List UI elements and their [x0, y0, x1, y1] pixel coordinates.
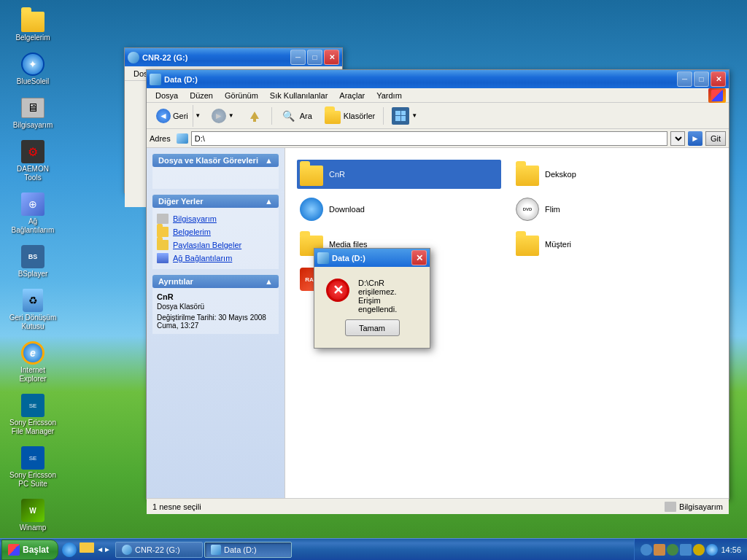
address-bar: Adres D:\ D:\ ► Git — [147, 129, 729, 148]
file-flim[interactable]: Flim — [513, 195, 717, 224]
desktop-icon-ie[interactable]: e Internet Explorer — [7, 340, 58, 385]
status-bar: 1 nesne seçili Bilgisayarım — [147, 498, 729, 514]
tray-icon-bluetooth[interactable] — [706, 544, 718, 556]
taskbar-task-data[interactable]: Data (D:) — [204, 542, 292, 558]
desktop-icon-bsplayer[interactable]: BS BSplayer — [7, 244, 58, 280]
tray-icon-3[interactable] — [667, 544, 678, 556]
taskbar-cnr-icon — [122, 545, 132, 555]
details-date: Değiştirilme Tarihi: 30 Mayıs 2008 Cuma,… — [157, 314, 274, 330]
network-link-icon — [157, 253, 169, 263]
taskbar-cnr-label: CNR-22 (G:) — [135, 545, 180, 554]
file-cnr-folder[interactable]: CnR — [297, 160, 501, 189]
tray-icon-1[interactable] — [640, 544, 652, 556]
folders-icon — [324, 107, 341, 125]
taskbar-nav-ie-icon[interactable] — [62, 542, 77, 557]
dialog-message-line1: D:\CnR erişilemez. — [358, 279, 418, 296]
recyclebin-label: Geri Dönüşüm Kutusu — [9, 314, 57, 331]
bilgisayarim-link-label: Bilgisayarım — [173, 214, 217, 223]
forward-button[interactable]: ► ▼ — [206, 105, 239, 127]
back-button[interactable]: ◄ Geri ▼ — [150, 105, 205, 127]
views-dropdown-arrow: ▼ — [411, 112, 417, 119]
folders-label: Klasörler — [344, 112, 375, 120]
tasks-header[interactable]: Dosya ve Klasör Görevleri ▲ — [152, 154, 279, 167]
taskbar-nav-icons: ◄► — [61, 542, 111, 557]
tray-icon-2[interactable] — [654, 544, 665, 556]
details-type: Dosya Klasörü — [157, 303, 274, 311]
desktop-icon-recyclebin[interactable]: ♻ Geri Dönüşüm Kutusu — [7, 287, 58, 332]
desktop-icon-daemon[interactable]: ⚙ DAEMON Tools — [7, 139, 58, 184]
tray-icon-4[interactable] — [680, 544, 692, 556]
toolbar-sep-2 — [383, 107, 384, 125]
data-close-button[interactable]: ✕ — [711, 71, 726, 87]
link-belgelerim[interactable]: Belgelerim — [157, 225, 274, 238]
dialog-message-line2: Erişim engellendi. — [358, 296, 418, 314]
search-button[interactable]: 🔍 Ara — [275, 105, 317, 127]
views-button[interactable]: ▼ — [387, 105, 422, 127]
menu-yardim[interactable]: Yardım — [371, 90, 408, 101]
computer-status-icon — [665, 502, 676, 512]
data-toolbar: ◄ Geri ▼ ► ▼ 🔍 Ara — [147, 103, 729, 129]
taskbar-nav-arrow-icon[interactable]: ◄► — [96, 542, 111, 557]
dialog-titlebar[interactable]: Data (D:) ✕ — [314, 249, 430, 267]
menu-araclar[interactable]: Araçlar — [333, 90, 371, 101]
desktop-icon-sonyfile[interactable]: SE Sony Ericsson File Manager — [7, 392, 58, 438]
cnr-titlebar[interactable]: CNR-22 (G:) ─ □ ✕ — [125, 48, 342, 66]
file-dekskop[interactable]: Dekskop — [513, 160, 717, 189]
data-window-icon — [150, 74, 161, 85]
cnr-close-button[interactable]: ✕ — [324, 50, 339, 65]
data-titlebar[interactable]: Data (D:) ─ □ ✕ — [147, 70, 729, 88]
dialog-title: Data (D:) — [332, 254, 411, 262]
taskbar-nav-folder-icon[interactable] — [80, 542, 94, 553]
search-label: Ara — [300, 112, 312, 120]
dialog-ok-button[interactable]: Tamam — [345, 319, 400, 336]
belgelerim-link-icon — [157, 227, 169, 237]
taskbar-data-icon — [211, 545, 221, 555]
file-musteri[interactable]: Müşteri — [513, 230, 717, 259]
sonyfile-label: Sony Ericsson File Manager — [9, 419, 57, 436]
bilgisayarim-label: Bilgisayarım — [13, 121, 53, 130]
desktop-icon-winamp[interactable]: W Winamp — [7, 497, 58, 534]
cnr-minimize-button[interactable]: ─ — [290, 50, 306, 65]
data-menubar: Dosya Düzen Görünüm Sık Kullanılanlar Ar… — [147, 88, 729, 103]
tray-icon-5[interactable] — [693, 544, 705, 556]
windows-logo-icon — [8, 544, 20, 556]
desktop: Belgelerim ✦ BlueSoleil 🖥 Bilgisayarım ⚙… — [0, 0, 747, 560]
desktop-icon-bluesoleil[interactable]: ✦ BlueSoleil — [7, 51, 58, 88]
file-download[interactable]: Download — [297, 195, 501, 224]
up-button[interactable] — [241, 105, 268, 127]
desktop-icon-agbaglantilari[interactable]: ⊕ Ağ Bağlantılarım — [7, 191, 58, 236]
details-header[interactable]: Ayrıntılar ▲ — [152, 275, 279, 288]
link-paylasilan[interactable]: Paylaşılan Belgeler — [157, 238, 274, 252]
details-section: Ayrıntılar ▲ CnR Dosya Klasörü Değiştiri… — [152, 275, 279, 334]
details-name: CnR — [157, 292, 274, 301]
ie-label: Internet Explorer — [9, 366, 57, 384]
belgelerim-label: Belgelerim — [15, 34, 50, 42]
menu-duzen[interactable]: Düzen — [184, 90, 219, 101]
desktop-icon-bilgisayarim[interactable]: 🖥 Bilgisayarım — [7, 95, 58, 131]
back-dropdown-arrow[interactable]: ▼ — [193, 105, 203, 127]
menu-gorunum[interactable]: Görünüm — [219, 90, 264, 101]
menu-sikkullanilan[interactable]: Sık Kullanılanlar — [264, 90, 334, 101]
dialog-close-button[interactable]: ✕ — [411, 250, 427, 265]
desktop-icon-belgelerim[interactable]: Belgelerim — [7, 7, 58, 44]
link-agbaglantilari[interactable]: Ağ Bağlantılarım — [157, 252, 274, 265]
desktop-icon-sonypc[interactable]: SE Sony Ericsson PC Suite — [7, 445, 58, 490]
cnr-maximize-button[interactable]: □ — [307, 50, 322, 65]
address-dropdown[interactable]: D:\ — [670, 131, 685, 146]
address-input[interactable]: D:\ — [191, 131, 667, 146]
forward-dropdown-arrow: ▼ — [228, 112, 234, 119]
other-places-header[interactable]: Diğer Yerler ▲ — [152, 195, 279, 208]
address-drive-icon — [177, 133, 188, 144]
bluesoleil-icon: ✦ — [21, 52, 44, 76]
flim-label: Flim — [545, 205, 560, 214]
dialog-icon — [317, 252, 329, 264]
link-bilgisayarim[interactable]: Bilgisayarım — [157, 212, 274, 225]
address-go-button[interactable]: Git — [705, 131, 726, 146]
data-minimize-button[interactable]: ─ — [677, 71, 692, 87]
menu-dosya[interactable]: Dosya — [150, 90, 184, 101]
taskbar-task-cnr[interactable]: CNR-22 (G:) — [115, 542, 203, 558]
folders-button[interactable]: Klasörler — [319, 105, 380, 127]
data-maximize-button[interactable]: □ — [694, 71, 709, 87]
paylasilan-icon — [157, 240, 169, 250]
start-button[interactable]: Başlat — [1, 540, 58, 560]
